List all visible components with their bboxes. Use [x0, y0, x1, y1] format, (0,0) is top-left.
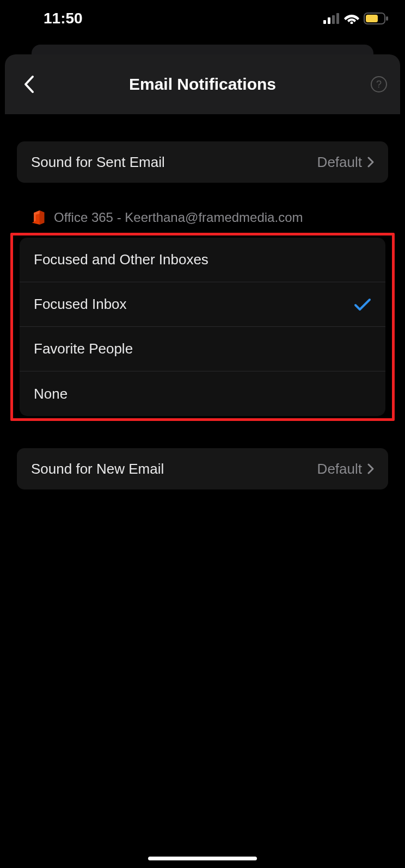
svg-point-4: [351, 22, 353, 24]
chevron-left-icon: [23, 75, 34, 94]
svg-rect-6: [366, 15, 378, 22]
status-bar: 11:50: [0, 0, 405, 33]
sent-sound-group: Sound for Sent Email Default: [17, 141, 388, 183]
option-label: Focused and Other Inboxes: [34, 251, 208, 268]
svg-rect-3: [336, 13, 339, 24]
checkmark-icon: [354, 298, 371, 311]
option-favorite-people[interactable]: Favorite People: [20, 327, 385, 371]
option-focused-inbox[interactable]: Focused Inbox: [20, 282, 385, 327]
account-label: Office 365 - Keerthana@framedmedia.com: [54, 210, 303, 225]
option-focused-and-other[interactable]: Focused and Other Inboxes: [20, 238, 385, 282]
question-icon: ?: [376, 79, 382, 90]
sound-sent-email-cell[interactable]: Sound for Sent Email Default: [17, 141, 388, 183]
back-button[interactable]: [18, 73, 40, 95]
option-label: Favorite People: [34, 340, 133, 357]
help-button[interactable]: ?: [371, 76, 387, 92]
option-none[interactable]: None: [20, 371, 385, 416]
svg-rect-0: [323, 20, 326, 24]
svg-rect-7: [386, 16, 388, 21]
home-indicator[interactable]: [148, 857, 257, 860]
svg-rect-2: [332, 15, 335, 24]
page-title: Email Notifications: [5, 75, 400, 94]
highlight-annotation: Focused and Other Inboxes Focused Inbox …: [10, 233, 395, 421]
page-header: Email Notifications ?: [5, 54, 400, 114]
svg-rect-1: [328, 17, 330, 24]
sound-new-label: Sound for New Email: [31, 461, 164, 478]
wifi-icon: [344, 13, 359, 24]
sound-sent-value-wrap: Default: [317, 154, 374, 171]
battery-icon: [364, 13, 389, 24]
status-time: 11:50: [16, 10, 83, 27]
sound-new-value: Default: [317, 461, 362, 478]
notification-options-list: Focused and Other Inboxes Focused Inbox …: [20, 238, 385, 416]
chevron-right-icon: [367, 463, 374, 474]
option-label: Focused Inbox: [34, 296, 127, 313]
office-icon: [31, 210, 45, 225]
option-label: None: [34, 386, 68, 402]
status-icons: [323, 13, 389, 24]
sound-new-email-cell[interactable]: Sound for New Email Default: [17, 448, 388, 489]
chevron-right-icon: [367, 157, 374, 168]
cellular-icon: [323, 13, 340, 24]
sound-sent-label: Sound for Sent Email: [31, 154, 165, 171]
content-area: Sound for Sent Email Default Office 365 …: [5, 114, 400, 868]
new-sound-group: Sound for New Email Default: [17, 448, 388, 489]
sheet-stack-background: [32, 45, 373, 54]
sound-new-value-wrap: Default: [317, 461, 374, 478]
account-section-header: Office 365 - Keerthana@framedmedia.com: [31, 210, 388, 225]
sound-sent-value: Default: [317, 154, 362, 171]
